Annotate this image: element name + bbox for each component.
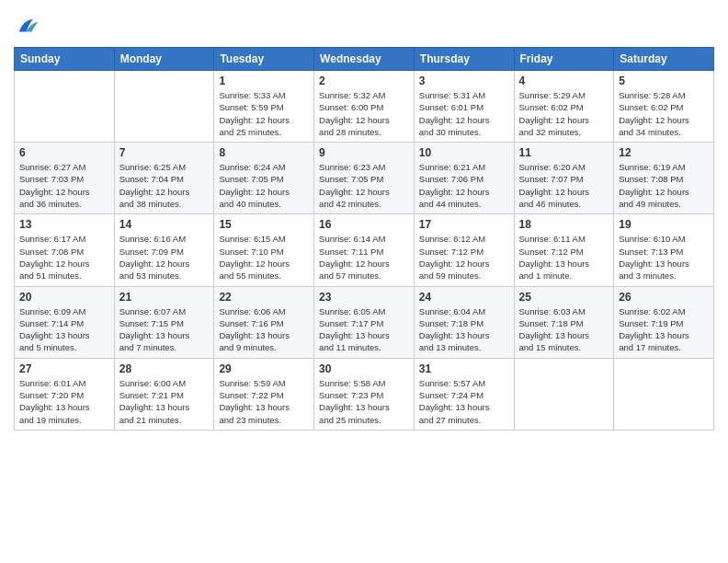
calendar-cell: 5Sunrise: 5:28 AM Sunset: 6:02 PM Daylig… bbox=[614, 71, 714, 143]
page-header bbox=[14, 14, 714, 40]
day-info: Sunrise: 6:16 AM Sunset: 7:09 PM Dayligh… bbox=[119, 233, 210, 282]
calendar-cell: 7Sunrise: 6:25 AM Sunset: 7:04 PM Daylig… bbox=[114, 143, 214, 214]
day-number: 10 bbox=[419, 146, 509, 159]
calendar-cell: 18Sunrise: 6:11 AM Sunset: 7:12 PM Dayli… bbox=[514, 214, 614, 286]
day-number: 27 bbox=[19, 362, 109, 375]
day-info: Sunrise: 5:28 AM Sunset: 6:02 PM Dayligh… bbox=[619, 89, 709, 138]
day-number: 31 bbox=[419, 362, 509, 375]
logo bbox=[14, 14, 43, 40]
day-info: Sunrise: 6:07 AM Sunset: 7:15 PM Dayligh… bbox=[119, 305, 210, 354]
calendar-week-row: 27Sunrise: 6:01 AM Sunset: 7:20 PM Dayli… bbox=[15, 358, 714, 430]
day-number: 15 bbox=[219, 218, 309, 231]
weekday-header: Tuesday bbox=[214, 48, 314, 71]
day-info: Sunrise: 6:06 AM Sunset: 7:16 PM Dayligh… bbox=[219, 305, 309, 354]
day-number: 30 bbox=[319, 362, 409, 375]
day-number: 22 bbox=[219, 291, 309, 304]
calendar-cell: 6Sunrise: 6:27 AM Sunset: 7:03 PM Daylig… bbox=[15, 143, 115, 214]
calendar-cell: 2Sunrise: 5:32 AM Sunset: 6:00 PM Daylig… bbox=[314, 71, 415, 143]
day-info: Sunrise: 6:11 AM Sunset: 7:12 PM Dayligh… bbox=[519, 233, 609, 282]
day-number: 1 bbox=[219, 75, 309, 87]
weekday-header: Monday bbox=[114, 48, 214, 71]
calendar-cell: 21Sunrise: 6:07 AM Sunset: 7:15 PM Dayli… bbox=[114, 286, 214, 358]
day-number: 18 bbox=[519, 218, 609, 231]
day-info: Sunrise: 6:15 AM Sunset: 7:10 PM Dayligh… bbox=[219, 233, 309, 282]
calendar-cell: 12Sunrise: 6:19 AM Sunset: 7:08 PM Dayli… bbox=[614, 143, 714, 214]
calendar-cell: 10Sunrise: 6:21 AM Sunset: 7:06 PM Dayli… bbox=[414, 143, 514, 214]
calendar-cell: 3Sunrise: 5:31 AM Sunset: 6:01 PM Daylig… bbox=[414, 71, 514, 143]
day-number: 12 bbox=[619, 146, 709, 159]
calendar-cell: 26Sunrise: 6:02 AM Sunset: 7:19 PM Dayli… bbox=[614, 286, 714, 358]
day-number: 17 bbox=[419, 218, 509, 231]
calendar-cell: 27Sunrise: 6:01 AM Sunset: 7:20 PM Dayli… bbox=[15, 358, 115, 430]
day-number: 6 bbox=[19, 146, 109, 159]
calendar-cell: 4Sunrise: 5:29 AM Sunset: 6:02 PM Daylig… bbox=[514, 71, 614, 143]
day-info: Sunrise: 6:02 AM Sunset: 7:19 PM Dayligh… bbox=[619, 305, 709, 354]
day-info: Sunrise: 6:00 AM Sunset: 7:21 PM Dayligh… bbox=[119, 377, 210, 426]
calendar-cell: 8Sunrise: 6:24 AM Sunset: 7:05 PM Daylig… bbox=[214, 143, 314, 214]
day-info: Sunrise: 6:03 AM Sunset: 7:18 PM Dayligh… bbox=[519, 305, 609, 354]
calendar-cell: 1Sunrise: 5:33 AM Sunset: 5:59 PM Daylig… bbox=[214, 71, 314, 143]
day-number: 9 bbox=[319, 146, 409, 159]
weekday-header: Saturday bbox=[614, 48, 714, 71]
calendar-cell: 30Sunrise: 5:58 AM Sunset: 7:23 PM Dayli… bbox=[314, 358, 415, 430]
calendar-cell: 13Sunrise: 6:17 AM Sunset: 7:08 PM Dayli… bbox=[15, 214, 115, 286]
calendar-cell: 16Sunrise: 6:14 AM Sunset: 7:11 PM Dayli… bbox=[314, 214, 415, 286]
day-info: Sunrise: 6:21 AM Sunset: 7:06 PM Dayligh… bbox=[419, 161, 509, 210]
day-number: 13 bbox=[19, 218, 109, 231]
calendar-cell: 23Sunrise: 6:05 AM Sunset: 7:17 PM Dayli… bbox=[314, 286, 415, 358]
day-number: 4 bbox=[519, 75, 609, 87]
day-info: Sunrise: 6:09 AM Sunset: 7:14 PM Dayligh… bbox=[19, 305, 109, 354]
day-info: Sunrise: 5:57 AM Sunset: 7:24 PM Dayligh… bbox=[419, 377, 509, 426]
calendar-cell: 24Sunrise: 6:04 AM Sunset: 7:18 PM Dayli… bbox=[414, 286, 514, 358]
logo-icon bbox=[14, 14, 40, 40]
day-number: 3 bbox=[419, 75, 509, 87]
day-info: Sunrise: 6:01 AM Sunset: 7:20 PM Dayligh… bbox=[19, 377, 109, 426]
day-info: Sunrise: 5:31 AM Sunset: 6:01 PM Dayligh… bbox=[419, 89, 509, 138]
day-info: Sunrise: 6:19 AM Sunset: 7:08 PM Dayligh… bbox=[619, 161, 709, 210]
day-number: 2 bbox=[319, 75, 409, 87]
day-number: 8 bbox=[219, 146, 309, 159]
day-number: 26 bbox=[619, 291, 709, 304]
day-number: 16 bbox=[319, 218, 409, 231]
day-info: Sunrise: 5:29 AM Sunset: 6:02 PM Dayligh… bbox=[519, 89, 609, 138]
weekday-header: Wednesday bbox=[314, 48, 415, 71]
calendar-cell: 22Sunrise: 6:06 AM Sunset: 7:16 PM Dayli… bbox=[214, 286, 314, 358]
day-number: 25 bbox=[519, 291, 609, 304]
calendar-cell bbox=[15, 71, 115, 143]
day-info: Sunrise: 6:17 AM Sunset: 7:08 PM Dayligh… bbox=[19, 233, 109, 282]
calendar-cell: 17Sunrise: 6:12 AM Sunset: 7:12 PM Dayli… bbox=[414, 214, 514, 286]
day-number: 5 bbox=[619, 75, 709, 87]
day-info: Sunrise: 6:25 AM Sunset: 7:04 PM Dayligh… bbox=[119, 161, 210, 210]
calendar-week-row: 6Sunrise: 6:27 AM Sunset: 7:03 PM Daylig… bbox=[15, 143, 714, 214]
day-number: 24 bbox=[419, 291, 509, 304]
calendar-cell: 20Sunrise: 6:09 AM Sunset: 7:14 PM Dayli… bbox=[15, 286, 115, 358]
calendar-cell: 28Sunrise: 6:00 AM Sunset: 7:21 PM Dayli… bbox=[114, 358, 214, 430]
day-info: Sunrise: 5:58 AM Sunset: 7:23 PM Dayligh… bbox=[319, 377, 409, 426]
calendar-cell: 15Sunrise: 6:15 AM Sunset: 7:10 PM Dayli… bbox=[214, 214, 314, 286]
day-info: Sunrise: 5:59 AM Sunset: 7:22 PM Dayligh… bbox=[219, 377, 309, 426]
calendar-cell bbox=[614, 358, 714, 430]
calendar-cell: 11Sunrise: 6:20 AM Sunset: 7:07 PM Dayli… bbox=[514, 143, 614, 214]
day-info: Sunrise: 6:12 AM Sunset: 7:12 PM Dayligh… bbox=[419, 233, 509, 282]
weekday-header: Sunday bbox=[15, 48, 115, 71]
weekday-header: Friday bbox=[514, 48, 614, 71]
day-number: 20 bbox=[19, 291, 109, 304]
day-info: Sunrise: 6:10 AM Sunset: 7:13 PM Dayligh… bbox=[619, 233, 709, 282]
calendar-cell: 14Sunrise: 6:16 AM Sunset: 7:09 PM Dayli… bbox=[114, 214, 214, 286]
day-info: Sunrise: 6:23 AM Sunset: 7:05 PM Dayligh… bbox=[319, 161, 409, 210]
day-number: 29 bbox=[219, 362, 309, 375]
day-info: Sunrise: 6:20 AM Sunset: 7:07 PM Dayligh… bbox=[519, 161, 609, 210]
calendar-cell: 29Sunrise: 5:59 AM Sunset: 7:22 PM Dayli… bbox=[214, 358, 314, 430]
day-number: 28 bbox=[119, 362, 210, 375]
calendar-cell: 31Sunrise: 5:57 AM Sunset: 7:24 PM Dayli… bbox=[414, 358, 514, 430]
day-number: 21 bbox=[119, 291, 210, 304]
day-info: Sunrise: 6:14 AM Sunset: 7:11 PM Dayligh… bbox=[319, 233, 409, 282]
day-info: Sunrise: 6:05 AM Sunset: 7:17 PM Dayligh… bbox=[319, 305, 409, 354]
day-number: 11 bbox=[519, 146, 609, 159]
calendar-cell bbox=[114, 71, 214, 143]
day-number: 19 bbox=[619, 218, 709, 231]
calendar-week-row: 1Sunrise: 5:33 AM Sunset: 5:59 PM Daylig… bbox=[15, 71, 714, 143]
day-info: Sunrise: 6:24 AM Sunset: 7:05 PM Dayligh… bbox=[219, 161, 309, 210]
day-info: Sunrise: 5:33 AM Sunset: 5:59 PM Dayligh… bbox=[219, 89, 309, 138]
day-info: Sunrise: 5:32 AM Sunset: 6:00 PM Dayligh… bbox=[319, 89, 409, 138]
